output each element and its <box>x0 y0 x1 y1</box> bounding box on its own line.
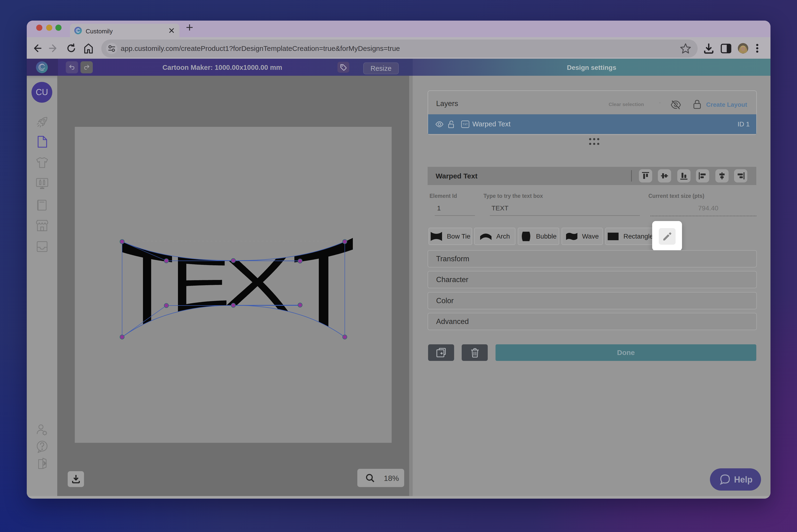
svg-text:TXT: TXT <box>463 123 468 126</box>
